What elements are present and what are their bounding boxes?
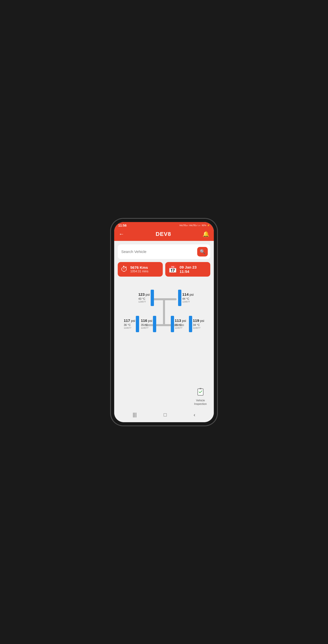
- calendar-icon: 📅: [168, 265, 177, 273]
- recent-apps-button[interactable]: |||: [130, 411, 140, 419]
- rro-temp: 34: [193, 323, 196, 326]
- rli-id: 124577: [141, 327, 152, 330]
- rlo-psi: 117: [124, 318, 130, 323]
- battery-icon: 92%: [202, 224, 206, 227]
- phone-frame: 11:56 VoLTE₁ᵢₗₗ VoLTE₂↑↓ᵢₗₗ 92% ⚡ ← DEV8…: [111, 219, 217, 425]
- rli-psi: 116: [141, 318, 147, 323]
- status-icons: VoLTE₁ᵢₗₗ VoLTE₂↑↓ᵢₗₗ 92% ⚡: [179, 224, 210, 227]
- home-button[interactable]: □: [160, 411, 170, 419]
- search-icon: 🔍: [200, 249, 205, 254]
- vehicle-inspection-label: VehicleInspection: [194, 399, 207, 406]
- tire-diagram: 123 psi 43 °C 124577 114 psi 44 °C 12457…: [124, 285, 204, 340]
- tire-rear-left-inner: 116 psi 35 °C 124577: [141, 316, 156, 332]
- signal-icon: VoLTE₁ᵢₗₗ VoLTE₂↑↓ᵢₗₗ: [179, 224, 200, 227]
- tire-rli-rect: [153, 316, 156, 332]
- search-button[interactable]: 🔍: [197, 247, 208, 256]
- nav-bar: ||| □ ‹: [114, 408, 214, 422]
- spine: [163, 298, 165, 326]
- tire-rear-right-inner: 113 psi 35 °C 124577: [171, 316, 186, 332]
- header: ← DEV8 🔔: [114, 228, 214, 241]
- vehicle-inspection-button[interactable]: VehicleInspection: [194, 388, 207, 406]
- tire-fr-rect: [178, 290, 181, 306]
- phone-screen: 11:56 VoLTE₁ᵢₗₗ VoLTE₂↑↓ᵢₗₗ 92% ⚡ ← DEV8…: [114, 222, 214, 422]
- status-time: 11:56: [118, 224, 127, 227]
- search-container: 🔍: [118, 244, 210, 259]
- rro-psi: 119: [193, 318, 199, 323]
- rlo-temp: 36: [124, 323, 127, 326]
- back-nav-button[interactable]: ‹: [191, 411, 198, 419]
- rli-temp: 35: [141, 323, 144, 326]
- back-button[interactable]: ←: [119, 231, 124, 237]
- rri-id: 124577: [175, 327, 186, 330]
- date-value: 09 Jan 23 11:54: [180, 265, 207, 274]
- fr-temp: 44: [182, 297, 185, 300]
- tire-fl-rect: [151, 290, 154, 306]
- tire-rear-right-outer: 119 psi 34 °C 124577: [189, 316, 204, 332]
- tire-rri-rect: [171, 316, 174, 332]
- fl-temp: 43: [138, 297, 141, 300]
- bell-icon[interactable]: 🔔: [202, 231, 209, 237]
- tire-rro-rect: [189, 316, 192, 332]
- fr-id: 124577: [182, 300, 194, 304]
- main-content: 🔍 ⏱ 5676 Kms 1054:31 mins 📅 09 Jan 23 11…: [114, 241, 214, 408]
- clipboard-check-icon: [197, 388, 204, 398]
- distance-value: 5676 Kms: [130, 265, 148, 270]
- stat-card-distance[interactable]: ⏱ 5676 Kms 1054:31 mins: [118, 262, 163, 277]
- tire-front-left: 123 psi 43 °C 124577: [138, 290, 154, 306]
- tire-front-right: 114 psi 44 °C 124577: [178, 290, 194, 306]
- fl-psi: 123: [138, 292, 145, 296]
- status-bar: 11:56 VoLTE₁ᵢₗₗ VoLTE₂↑↓ᵢₗₗ 92% ⚡: [114, 222, 214, 228]
- speedometer-icon: ⏱: [121, 265, 128, 273]
- rro-id: 124577: [193, 327, 204, 330]
- header-title: DEV8: [156, 231, 171, 237]
- stat-cards: ⏱ 5676 Kms 1054:31 mins 📅 09 Jan 23 11:5…: [118, 262, 210, 277]
- bottom-section: VehicleInspection: [118, 386, 210, 408]
- fl-id: 124577: [138, 300, 150, 304]
- duration-value: 1054:31 mins: [130, 270, 148, 273]
- charging-icon: ⚡: [207, 224, 210, 227]
- rri-psi: 113: [175, 318, 181, 323]
- rri-temp: 35: [175, 323, 178, 326]
- rlo-id: 124577: [124, 327, 135, 330]
- fr-psi: 114: [182, 292, 189, 296]
- svg-rect-1: [199, 388, 201, 389]
- search-input[interactable]: [121, 249, 195, 254]
- stat-card-date[interactable]: 📅 09 Jan 23 11:54: [165, 262, 210, 277]
- tire-rlo-rect: [136, 316, 139, 332]
- tire-rear-left-outer: 117 psi 36 °C 124577: [124, 316, 139, 332]
